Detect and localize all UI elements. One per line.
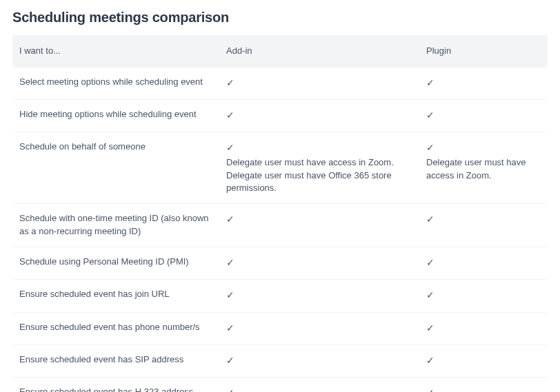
- feature-cell: Ensure scheduled event has SIP address: [12, 345, 219, 377]
- feature-cell: Ensure scheduled event has join URL: [12, 280, 219, 311]
- check-icon: ✓: [426, 256, 541, 269]
- page-title: Scheduling meetings comparison: [12, 10, 548, 25]
- table-body: Select meeting options while scheduling …: [12, 68, 548, 392]
- check-icon: ✓: [426, 108, 541, 122]
- addin-cell: ✓: [219, 204, 419, 247]
- check-icon: ✓: [426, 386, 541, 392]
- table-row: Ensure scheduled event has phone number/…: [12, 313, 548, 345]
- feature-cell: Ensure scheduled event has H.323 address: [12, 378, 219, 392]
- table-row: Schedule with one-time meeting ID (also …: [12, 204, 548, 247]
- header-plugin: Plugin: [419, 35, 548, 68]
- plugin-cell: ✓: [419, 313, 548, 344]
- check-icon: ✓: [426, 353, 541, 367]
- check-icon: ✓: [226, 108, 412, 122]
- check-icon: ✓: [426, 141, 541, 154]
- check-icon: ✓: [226, 141, 412, 154]
- plugin-cell: ✓: [419, 68, 548, 99]
- plugin-cell: ✓: [419, 345, 548, 377]
- feature-cell: Schedule using Personal Meeting ID (PMI): [12, 247, 219, 279]
- check-icon: ✓: [226, 386, 412, 392]
- check-icon: ✓: [226, 256, 412, 269]
- feature-cell: Schedule on behalf of someone: [12, 132, 219, 203]
- check-icon: ✓: [426, 76, 541, 90]
- addin-cell: ✓: [219, 68, 419, 99]
- table-row: Schedule on behalf of someone✓Delegate u…: [12, 132, 548, 204]
- plugin-cell: ✓: [419, 280, 548, 311]
- check-icon: ✓: [226, 288, 412, 302]
- comparison-table: I want to... Add-in Plugin Select meetin…: [12, 35, 548, 392]
- header-feature: I want to...: [12, 35, 219, 68]
- table-row: Ensure scheduled event has join URL✓✓: [12, 280, 548, 312]
- addin-cell: ✓Delegate user must have access in Zoom.…: [219, 132, 419, 203]
- check-icon: ✓: [426, 288, 541, 302]
- check-icon: ✓: [226, 321, 412, 335]
- feature-cell: Hide meeting options while scheduling ev…: [12, 100, 219, 132]
- table-header-row: I want to... Add-in Plugin: [12, 35, 548, 68]
- table-row: Hide meeting options while scheduling ev…: [12, 100, 548, 132]
- plugin-cell: ✓: [419, 247, 548, 279]
- check-icon: ✓: [426, 212, 541, 226]
- check-icon: ✓: [226, 76, 412, 90]
- feature-cell: Schedule with one-time meeting ID (also …: [12, 204, 219, 247]
- plugin-cell: ✓: [419, 378, 548, 392]
- feature-cell: Select meeting options while scheduling …: [12, 68, 219, 99]
- check-icon: ✓: [426, 321, 541, 335]
- addin-cell: ✓: [219, 100, 419, 132]
- feature-cell: Ensure scheduled event has phone number/…: [12, 313, 219, 344]
- addin-cell: ✓: [219, 345, 419, 377]
- plugin-cell: ✓: [419, 204, 548, 247]
- check-icon: ✓: [226, 353, 412, 367]
- header-addin: Add-in: [219, 35, 419, 68]
- table-row: Select meeting options while scheduling …: [12, 68, 548, 100]
- addin-cell: ✓: [219, 247, 419, 279]
- addin-cell: ✓: [219, 378, 419, 392]
- plugin-cell: ✓Delegate user must have access in Zoom.: [419, 132, 548, 203]
- plugin-cell: ✓: [419, 100, 548, 132]
- table-row: Ensure scheduled event has H.323 address…: [12, 378, 548, 392]
- addin-note: Delegate user must have access in Zoom. …: [226, 157, 394, 194]
- check-icon: ✓: [226, 212, 412, 226]
- plugin-note: Delegate user must have access in Zoom.: [426, 157, 526, 180]
- table-row: Schedule using Personal Meeting ID (PMI)…: [12, 247, 548, 280]
- addin-cell: ✓: [219, 280, 419, 311]
- table-row: Ensure scheduled event has SIP address✓✓: [12, 345, 548, 378]
- addin-cell: ✓: [219, 313, 419, 344]
